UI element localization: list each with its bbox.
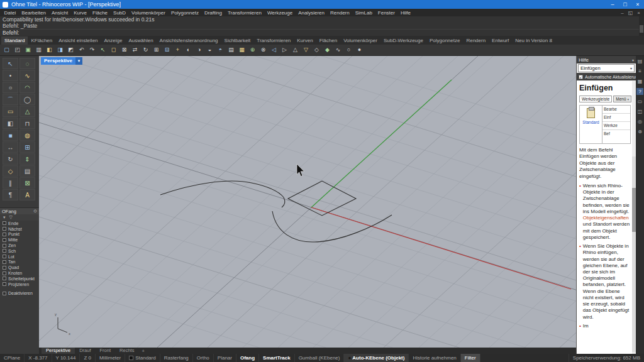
circle-tool-icon[interactable]: ○ xyxy=(3,82,18,93)
zoom-window-icon[interactable]: ⊞ xyxy=(152,45,161,55)
open-file-icon[interactable]: ◰ xyxy=(13,45,22,55)
child-close-button[interactable]: × xyxy=(637,10,640,16)
array-icon[interactable]: ▷ xyxy=(280,45,289,55)
settings-panel-icon[interactable]: ⊛ xyxy=(636,128,643,135)
viewport-tab[interactable]: Front xyxy=(96,348,116,354)
rotate-view-icon[interactable]: ↻ xyxy=(141,45,150,55)
fillet-tool-icon[interactable]: ◇ xyxy=(3,165,18,177)
layers-icon[interactable]: ▤ xyxy=(226,45,236,55)
move-tool-icon[interactable]: ↔ xyxy=(3,141,18,153)
join-icon[interactable]: ◇ xyxy=(312,45,321,55)
viewport-tab[interactable]: Drauf xyxy=(75,348,95,354)
perspective-viewport[interactable]: y x Perspektive ▾ xyxy=(39,56,576,348)
toolbar-tab[interactable]: Polygonnetze xyxy=(426,36,463,45)
osnap-disable-row[interactable]: Deaktivieren xyxy=(0,291,39,297)
menu-item[interactable]: SimLab xyxy=(352,10,375,16)
toolbar-tab[interactable]: SubD-Werkzeuge xyxy=(380,36,426,45)
copy-icon[interactable]: ◨ xyxy=(55,45,65,55)
checkbox-icon[interactable] xyxy=(3,266,6,270)
pan-icon[interactable]: + xyxy=(173,45,182,55)
rectangle-tool-icon[interactable]: ▭ xyxy=(3,106,18,117)
checkbox-icon[interactable] xyxy=(3,233,6,236)
toolbar-tab[interactable]: Flächen xyxy=(316,36,340,45)
curve-icon[interactable]: ∿ xyxy=(333,45,343,55)
help-search-input[interactable]: Einfügen ▾ xyxy=(578,64,635,72)
menu-item[interactable]: Polygonnetz xyxy=(168,10,201,16)
gumball-toggle[interactable]: Gumball (KEbene) xyxy=(295,354,345,362)
select-arrow-icon[interactable]: ↖ xyxy=(3,58,18,69)
viewport-canvas[interactable]: y x xyxy=(39,56,576,348)
notes-panel-icon[interactable]: ▭ xyxy=(636,98,643,105)
deselect-icon[interactable]: ◻ xyxy=(109,45,118,55)
offset-tool-icon[interactable]: ∥ xyxy=(3,177,18,189)
checkbox-icon[interactable] xyxy=(3,260,6,264)
rotate-tool-icon[interactable]: ↻ xyxy=(3,153,18,165)
checkbox-icon[interactable] xyxy=(3,244,6,248)
toolbar-tab[interactable]: Volumenkörper xyxy=(340,36,380,45)
checkbox-icon[interactable] xyxy=(3,221,6,225)
osnap-panel-header[interactable]: OFang ⊙ xyxy=(0,207,39,214)
osnap-checkbox-row[interactable]: Mitte xyxy=(0,237,39,243)
tab-menu[interactable]: Menü ▾ xyxy=(613,96,631,102)
menu-item[interactable]: Transformieren xyxy=(225,10,264,16)
move-icon[interactable]: ⇄ xyxy=(130,45,140,55)
osnap-checkbox-row[interactable]: Ende xyxy=(0,221,39,226)
osnap-toggle[interactable]: Ofang xyxy=(236,354,259,362)
menu-item[interactable]: Analysieren xyxy=(296,10,328,16)
toolbar-tab[interactable]: Neu in Version 8 xyxy=(512,36,555,45)
cplane-selector[interactable]: CPlane xyxy=(0,354,25,362)
materials-panel-icon[interactable]: ◫ xyxy=(636,108,643,115)
extrude-tool-icon[interactable]: ⊓ xyxy=(19,118,35,129)
zoom-extents-icon[interactable]: ⊟ xyxy=(162,45,172,55)
toolbar-tab[interactable]: KFlächen xyxy=(28,36,55,45)
auto-update-row[interactable]: ✓ Automatische Aktualisierung xyxy=(577,73,636,80)
minimize-button[interactable]: – xyxy=(606,0,619,9)
toolbar-tab[interactable]: Sichtbarkeit xyxy=(221,36,254,45)
solid-box-icon[interactable]: ■ xyxy=(3,129,18,141)
point-tool-icon[interactable]: • xyxy=(3,70,18,81)
paste-icon[interactable]: ◩ xyxy=(66,45,75,55)
print-icon[interactable]: ▥ xyxy=(34,45,43,55)
arc-tool-icon[interactable]: ◠ xyxy=(19,82,35,93)
curve-tool-icon[interactable]: ∿ xyxy=(19,70,35,81)
shaded-view-icon[interactable]: ◐ xyxy=(184,45,193,55)
osnap-checkbox-row[interactable]: Zen xyxy=(0,243,39,248)
checkbox-icon[interactable] xyxy=(3,272,6,275)
auto-update-checkbox[interactable]: ✓ xyxy=(579,75,583,79)
command-scrollbar[interactable] xyxy=(639,16,644,36)
toolbar-tab[interactable]: Ansichtsfensteranordnung xyxy=(157,36,221,45)
checkbox-icon[interactable] xyxy=(3,292,6,295)
toolbar-tab[interactable]: Anzeige xyxy=(101,36,126,45)
freeform-curve-icon[interactable]: ⌒ xyxy=(3,94,18,105)
viewport-tab[interactable]: Rechts xyxy=(115,348,138,354)
osnap-checkbox-row[interactable]: Quad xyxy=(0,265,39,270)
display-panel-icon[interactable]: ▦ xyxy=(636,78,643,85)
planar-toggle[interactable]: Planar xyxy=(214,354,236,362)
menu-item[interactable]: Werkzeuge xyxy=(264,10,295,16)
new-file-icon[interactable]: ▢ xyxy=(2,45,11,55)
help-menu-icon[interactable]: ▾ xyxy=(632,58,634,62)
record-history-toggle[interactable]: Historie aufnehmen xyxy=(409,354,460,362)
toolbar-tab[interactable]: Entwurf xyxy=(489,36,512,45)
explode-icon[interactable]: ◆ xyxy=(323,45,332,55)
osnap-checkbox-row[interactable]: Lot xyxy=(0,254,39,260)
toolbar-tab[interactable]: Kurven xyxy=(294,36,316,45)
checkbox-icon[interactable] xyxy=(3,282,6,286)
menu-item[interactable]: Fläche xyxy=(90,10,111,16)
redo-icon[interactable]: ↷ xyxy=(87,45,97,55)
chevron-down-icon[interactable]: ▾ xyxy=(3,215,6,220)
viewport-tab[interactable]: Perspektive xyxy=(42,348,75,354)
sphere-tool-icon[interactable]: ◍ xyxy=(19,129,35,141)
wireframe-view-icon[interactable]: ◑ xyxy=(194,45,204,55)
maximize-button[interactable]: □ xyxy=(619,0,631,9)
grid-snap-toggle[interactable]: Rasterfang xyxy=(160,354,193,362)
split-icon[interactable]: ▽ xyxy=(301,45,311,55)
ortho-toggle[interactable]: Ortho xyxy=(193,354,214,362)
osnap-checkbox-row[interactable]: Projizieren xyxy=(0,282,39,287)
osnap-checkbox-row[interactable]: Sch xyxy=(0,248,39,254)
annotate-tool-icon[interactable]: ¶ xyxy=(3,189,18,200)
layers-panel-icon[interactable]: ≡ xyxy=(636,68,643,75)
toolbar-tab[interactable]: Ansicht einstellen xyxy=(55,36,101,45)
command-prompt[interactable]: Befehl: xyxy=(0,29,644,35)
child-minimize-button[interactable]: – xyxy=(621,10,623,16)
